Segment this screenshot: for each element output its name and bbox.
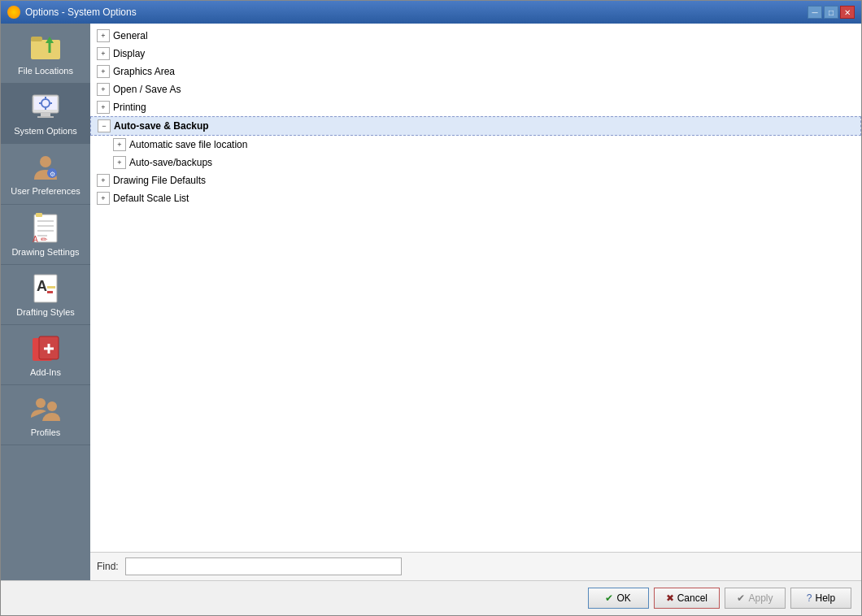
tree-label-auto-save-backup: Auto-save & Backup [114, 120, 209, 132]
svg-rect-7 [37, 116, 54, 118]
find-input[interactable] [125, 557, 402, 575]
cancel-button[interactable]: ✖ Cancel [654, 588, 720, 609]
tree-item-auto-save-location[interactable]: + Automatic save file location [90, 136, 861, 154]
find-label: Find: [97, 561, 119, 572]
sidebar-label-drawing-settings: Drawing Settings [11, 247, 79, 258]
system-options-icon [29, 90, 62, 123]
svg-rect-0 [31, 40, 60, 59]
tree-item-auto-save-backups[interactable]: + Auto-save/backups [90, 154, 861, 171]
help-icon: ? [807, 592, 812, 604]
tree-item-open-save-as[interactable]: + Open / Save As [90, 80, 861, 98]
svg-rect-27 [47, 291, 53, 293]
ok-check-icon: ✔ [605, 592, 613, 604]
tree-label-graphics-area: Graphics Area [113, 66, 175, 77]
expand-graphics-area[interactable]: + [97, 65, 110, 78]
tree-area: + General + Display + Graphics Area + Op… [90, 24, 861, 552]
tree-label-open-save-as: Open / Save As [113, 84, 181, 95]
expand-drawing-file-defaults[interactable]: + [97, 174, 110, 187]
expand-display[interactable]: + [97, 47, 110, 60]
tree-item-printing[interactable]: + Printing [90, 98, 861, 116]
svg-text:⚙: ⚙ [50, 171, 55, 178]
sidebar-label-profiles: Profiles [31, 427, 61, 438]
user-preferences-icon: ⚙ [29, 150, 62, 183]
apply-label: Apply [748, 592, 773, 604]
sidebar-item-file-locations[interactable]: File Locations [1, 24, 90, 84]
cancel-label: Cancel [677, 592, 707, 604]
cancel-x-icon: ✖ [666, 592, 674, 604]
sidebar-item-system-options[interactable]: System Options [1, 84, 90, 144]
expand-auto-save-location[interactable]: + [113, 138, 126, 151]
title-controls: ─ □ ✕ [808, 6, 855, 19]
drawing-settings-icon: A ✏ [29, 211, 62, 244]
svg-point-13 [40, 156, 51, 167]
profiles-icon [29, 392, 62, 424]
sidebar-item-add-ins[interactable]: Add-Ins [1, 325, 90, 385]
bottom-bar: ✔ OK ✖ Cancel ✔ Apply ? Help [1, 580, 861, 615]
tree-item-display[interactable]: + Display [90, 45, 861, 63]
title-bar-left: Options - System Options [7, 6, 137, 19]
svg-rect-1 [31, 37, 42, 41]
tree-label-auto-save-backups: Auto-save/backups [129, 157, 212, 168]
file-locations-icon [29, 30, 62, 63]
ok-button[interactable]: ✔ OK [588, 588, 649, 609]
expand-auto-save-backups[interactable]: + [113, 156, 126, 169]
drafting-styles-icon: A [29, 271, 62, 304]
tree-label-auto-save-location: Automatic save file location [129, 139, 247, 150]
sidebar-label-add-ins: Add-Ins [30, 367, 61, 378]
find-bar: Find: [90, 552, 861, 580]
close-button[interactable]: ✕ [840, 6, 855, 19]
ok-label: OK [616, 592, 630, 604]
sidebar-label-file-locations: File Locations [18, 66, 73, 76]
sidebar-item-profiles[interactable]: Profiles [1, 385, 90, 445]
tree-item-auto-save-backup[interactable]: − Auto-save & Backup [90, 116, 861, 136]
svg-rect-26 [47, 286, 55, 288]
maximize-button[interactable]: □ [824, 6, 838, 19]
apply-button[interactable]: ✔ Apply [725, 588, 786, 609]
svg-point-32 [36, 398, 46, 408]
help-label: Help [816, 592, 836, 604]
window-title: Options - System Options [25, 7, 137, 18]
svg-text:✏: ✏ [41, 235, 48, 244]
expand-printing[interactable]: + [97, 101, 110, 114]
svg-rect-21 [36, 213, 42, 217]
svg-point-33 [47, 401, 57, 411]
sidebar: File Locations System [1, 24, 90, 580]
main-window: Options - System Options ─ □ ✕ [0, 0, 862, 616]
svg-rect-6 [41, 113, 50, 116]
tree-label-default-scale-list: Default Scale List [113, 193, 189, 204]
help-button[interactable]: ? Help [790, 588, 851, 609]
main-content: File Locations System [1, 24, 861, 580]
sidebar-label-user-preferences: User Preferences [11, 186, 81, 197]
tree-item-graphics-area[interactable]: + Graphics Area [90, 63, 861, 80]
tree-label-display: Display [113, 48, 145, 59]
tree-item-general[interactable]: + General [90, 27, 861, 45]
svg-text:A: A [37, 278, 47, 294]
sidebar-item-user-preferences[interactable]: ⚙ User Preferences [1, 144, 90, 204]
title-bar: Options - System Options ─ □ ✕ [1, 1, 861, 24]
expand-general[interactable]: + [97, 29, 110, 42]
expand-auto-save-backup[interactable]: − [98, 119, 111, 132]
expand-open-save-as[interactable]: + [97, 83, 110, 96]
svg-text:A: A [33, 235, 38, 244]
tree-label-drawing-file-defaults: Drawing File Defaults [113, 175, 206, 186]
sidebar-item-drafting-styles[interactable]: A Drafting Styles [1, 265, 90, 325]
content-area: + General + Display + Graphics Area + Op… [90, 24, 861, 580]
add-ins-icon [29, 332, 62, 364]
sidebar-item-drawing-settings[interactable]: A ✏ Drawing Settings [1, 205, 90, 265]
tree-label-general: General [113, 30, 148, 41]
tree-item-default-scale-list[interactable]: + Default Scale List [90, 189, 861, 207]
window-icon [7, 6, 20, 19]
apply-icon: ✔ [737, 592, 745, 604]
sidebar-label-system-options: System Options [14, 126, 77, 137]
sidebar-label-drafting-styles: Drafting Styles [16, 307, 75, 318]
tree-label-printing: Printing [113, 102, 146, 113]
expand-default-scale-list[interactable]: + [97, 192, 110, 205]
minimize-button[interactable]: ─ [808, 6, 822, 19]
tree-item-drawing-file-defaults[interactable]: + Drawing File Defaults [90, 171, 861, 189]
